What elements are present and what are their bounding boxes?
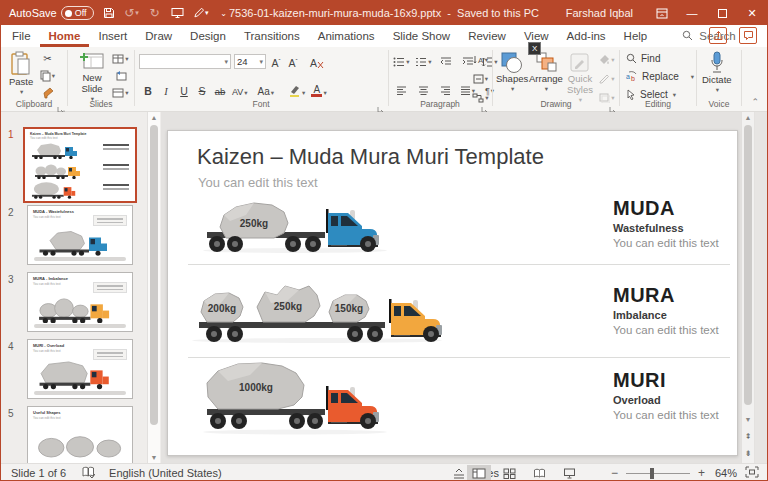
next-slide-icon[interactable]: ⇟ — [742, 449, 754, 458]
undo-icon[interactable]: ↺▾ — [124, 5, 140, 21]
align-left-icon[interactable] — [393, 83, 410, 98]
slide-thumbnail-4[interactable]: MURI - Overload You can edit this text — [27, 339, 133, 399]
bullets-icon[interactable]: ▾ — [393, 54, 410, 69]
strikethrough-button[interactable]: ab — [213, 83, 227, 97]
replace-button[interactable]: ab Replace▾ — [626, 71, 694, 82]
maximize-button[interactable] — [707, 1, 737, 25]
scroll-down-icon[interactable]: ▼ — [742, 416, 754, 423]
increase-font-size-icon[interactable]: Aˆ — [269, 55, 283, 69]
row-text-muri[interactable]: MURI Overload You can edit this text — [613, 370, 733, 421]
language-indicator[interactable]: English (United States) — [109, 467, 222, 479]
tab-slide-show[interactable]: Slide Show — [384, 25, 460, 47]
clear-formatting-icon[interactable]: A — [309, 55, 325, 69]
align-right-icon[interactable] — [437, 83, 454, 98]
section-icon[interactable]: ▾ — [112, 85, 129, 100]
font-color-icon[interactable]: A▾ — [310, 83, 327, 97]
tab-home[interactable]: Home — [40, 25, 90, 47]
cut-icon[interactable]: ✂ — [39, 51, 56, 66]
thumbnail-scrollbar-thumb[interactable] — [150, 125, 158, 425]
slide-title[interactable]: Kaizen – Muda Mura Muri Template — [197, 144, 544, 170]
truck-muda[interactable]: 250kg — [200, 201, 390, 253]
quick-styles-button[interactable]: Quick Styles▾ — [563, 52, 597, 103]
shape-outline-icon[interactable]: ▾ — [598, 71, 615, 86]
user-name[interactable]: Farshad Iqbal — [566, 7, 633, 19]
align-text-icon[interactable]: ▾ — [472, 71, 489, 86]
shapes-button[interactable]: Shapes▾ — [496, 52, 528, 92]
tab-transitions[interactable]: Transitions — [235, 25, 309, 47]
tab-draw[interactable]: Draw — [136, 25, 181, 47]
previous-slide-icon[interactable]: ⇞ — [742, 432, 754, 441]
tab-file[interactable]: File — [3, 25, 40, 47]
text-direction-icon[interactable]: A▾ — [472, 52, 489, 67]
tab-animations[interactable]: Animations — [309, 25, 384, 47]
truck-muri[interactable]: 1000kg — [200, 361, 390, 435]
slide-thumbnail-5[interactable]: Useful Shapes You can edit this text — [27, 406, 133, 463]
format-painter-icon[interactable] — [39, 85, 56, 100]
slide-layout-icon[interactable]: ▾ — [112, 51, 129, 66]
slide-thumbnail-1[interactable]: Kaizen – Muda Mura Muri Template You can… — [23, 127, 137, 203]
highlight-color-icon[interactable]: ▾ — [287, 83, 306, 97]
fit-slide-to-window-icon[interactable] — [745, 466, 759, 480]
tab-design[interactable]: Design — [181, 25, 235, 47]
tab-help[interactable]: Help — [615, 25, 657, 47]
paragraph-dialog-launcher[interactable] — [481, 100, 489, 108]
redo-icon[interactable]: ↻ — [147, 5, 163, 21]
autosave-toggle[interactable]: AutoSave Off — [9, 6, 94, 20]
font-dialog-launcher[interactable] — [377, 100, 385, 108]
reset-slide-icon[interactable] — [112, 68, 129, 83]
truck-mura[interactable]: 200kg 250kg 150kg — [187, 279, 447, 343]
arrange-button[interactable]: Arrange▾ — [529, 52, 563, 92]
text-shadow-button[interactable]: S — [195, 83, 209, 97]
ribbon-display-options-icon[interactable] — [647, 1, 677, 25]
slide-show-button[interactable] — [557, 465, 581, 481]
tab-insert[interactable]: Insert — [89, 25, 136, 47]
slide-thumbnail-3[interactable]: MURA - Imbalance You can edit this text — [27, 272, 133, 332]
thumbnail-scrollbar[interactable]: ▲ ▼ — [147, 112, 160, 463]
scroll-up-icon[interactable]: ▲ — [742, 114, 754, 121]
paste-button[interactable]: Paste▾ — [9, 51, 33, 95]
normal-view-button[interactable] — [467, 465, 491, 481]
copy-icon[interactable]: ▾ — [39, 68, 56, 83]
zoom-level[interactable]: 64% — [715, 467, 737, 479]
canvas-scrollbar[interactable]: ▲ ▼ ⇞ ⇟ — [741, 112, 754, 463]
slide-sorter-view-button[interactable] — [497, 465, 521, 481]
slide-1[interactable]: Kaizen – Muda Mura Muri Template You can… — [167, 130, 738, 456]
shape-fill-icon[interactable]: ▾ — [598, 52, 615, 67]
italic-button[interactable]: I — [159, 83, 173, 97]
bold-button[interactable]: B — [141, 83, 155, 97]
font-name-combobox[interactable]: ▾ — [139, 54, 231, 69]
find-button[interactable]: Find — [626, 53, 660, 64]
slide-indicator[interactable]: Slide 1 of 6 — [11, 467, 66, 479]
spell-check-icon[interactable] — [82, 466, 95, 480]
drawing-dialog-launcher[interactable] — [609, 100, 617, 108]
minimize-button[interactable]: — — [677, 1, 707, 25]
zoom-out-button[interactable]: − — [611, 466, 618, 480]
canvas-scrollbar-thumb[interactable] — [744, 125, 752, 405]
character-spacing-icon[interactable]: AV▾ — [231, 83, 249, 97]
scroll-down-icon[interactable]: ▼ — [148, 454, 160, 461]
slide-thumbnail-2[interactable]: MUDA - Wastefulness You can edit this te… — [27, 205, 133, 265]
zoom-slider-thumb[interactable] — [650, 468, 654, 479]
decrease-indent-icon[interactable] — [437, 54, 454, 69]
comments-icon[interactable] — [739, 27, 757, 44]
close-button[interactable]: ✕ — [737, 1, 767, 25]
save-icon[interactable] — [101, 5, 117, 21]
decrease-font-size-icon[interactable]: Aˇ — [286, 55, 300, 69]
reading-view-button[interactable] — [527, 465, 551, 481]
share-icon[interactable] — [709, 27, 727, 44]
font-size-combobox[interactable]: 24▾ — [234, 54, 266, 69]
tab-review[interactable]: Review — [459, 25, 515, 47]
dictate-button[interactable]: Dictate▾ — [702, 51, 732, 93]
start-slideshow-icon[interactable] — [170, 5, 186, 21]
zoom-slider[interactable] — [626, 473, 690, 474]
zoom-in-button[interactable]: + — [698, 466, 705, 480]
change-case-icon[interactable]: Aa▾ — [257, 83, 276, 97]
collapse-ribbon-icon[interactable]: ⌃ — [751, 97, 759, 107]
row-text-muda[interactable]: MUDA Wastefulness You can edit this text — [613, 198, 733, 249]
numbering-icon[interactable]: ▾ — [415, 54, 432, 69]
ink-pen-icon[interactable]: ▾ — [193, 5, 209, 21]
align-center-icon[interactable] — [415, 83, 432, 98]
row-text-mura[interactable]: MURA Imbalance You can edit this text — [613, 285, 733, 336]
new-slide-button[interactable]: New Slide▾ — [73, 51, 111, 102]
scroll-up-icon[interactable]: ▲ — [148, 114, 160, 121]
